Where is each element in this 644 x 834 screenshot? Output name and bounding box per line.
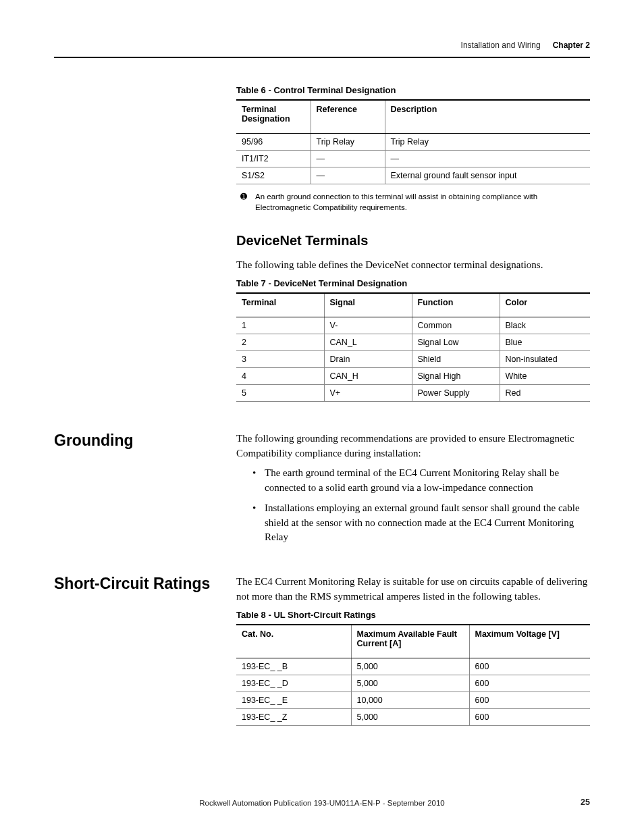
table8-h1: Maximum Available Fault Current [A]: [351, 625, 469, 658]
table-row: 95/96Trip RelayTrip Relay: [236, 134, 590, 151]
devicenet-intro: The following table defines the DeviceNe…: [236, 258, 590, 273]
table-row: IT1/IT2——: [236, 151, 590, 167]
header-rule: [54, 57, 590, 58]
list-item: The earth ground terminal of the EC4 Cur…: [252, 466, 590, 496]
table-row: 5V+Power SupplyRed: [236, 384, 590, 401]
footnote-text: An earth ground connection to this termi…: [255, 191, 590, 213]
grounding-bullets: The earth ground terminal of the EC4 Cur…: [252, 466, 590, 545]
grounding-heading: Grounding: [54, 432, 223, 450]
table6-h1: Reference: [311, 100, 385, 134]
table8-h2: Maximum Voltage [V]: [469, 625, 590, 658]
grounding-intro: The following grounding recommendations …: [236, 432, 590, 461]
list-item: Installations employing an external grou…: [252, 501, 590, 545]
header-chapter: Chapter 2: [553, 41, 590, 50]
table-row: 4CAN_HSignal HighWhite: [236, 367, 590, 384]
header-section: Installation and Wiring: [461, 41, 541, 50]
short-circuit-heading: Short-Circuit Ratings: [54, 575, 223, 593]
table7-h1: Signal: [324, 293, 412, 317]
table6-h2: Description: [385, 100, 590, 134]
footer-text: Rockwell Automation Publication 193-UM01…: [199, 799, 445, 807]
table8: Cat. No. Maximum Available Fault Current…: [236, 624, 590, 726]
short-circuit-section: Short-Circuit Ratings The EC4 Current Mo…: [236, 575, 590, 726]
table-row: 3DrainShieldNon-insulated: [236, 350, 590, 367]
grounding-section: Grounding The following grounding recomm…: [236, 432, 590, 545]
table7-h2: Function: [412, 293, 500, 317]
short-circuit-intro: The EC4 Current Monitoring Relay is suit…: [236, 575, 590, 604]
devicenet-heading: DeviceNet Terminals: [236, 233, 590, 249]
table-row: 1V-CommonBlack: [236, 317, 590, 334]
page-number: 25: [581, 798, 590, 807]
table6-caption: Table 6 - Control Terminal Designation: [236, 85, 590, 95]
page-header: Installation and Wiring Chapter 2: [54, 41, 590, 50]
table-row: 193-EC_ _Z5,000600: [236, 708, 590, 725]
table-row: 193-EC_ _B5,000600: [236, 658, 590, 675]
table7-h0: Terminal: [236, 293, 324, 317]
footnote-1: ➊ An earth ground connection to this ter…: [240, 191, 590, 213]
table-row: 193-EC_ _E10,000600: [236, 692, 590, 708]
table6-h0: Terminal Designation: [236, 100, 311, 134]
table-row: 2CAN_LSignal LowBlue: [236, 334, 590, 350]
table7: Terminal Signal Function Color 1V-Common…: [236, 292, 590, 402]
table-row: S1/S2—External ground fault sensor input: [236, 167, 590, 184]
table8-h0: Cat. No.: [236, 625, 351, 658]
table8-caption: Table 8 - UL Short-Circuit Ratings: [236, 610, 590, 620]
page-footer: Rockwell Automation Publication 193-UM01…: [54, 799, 590, 807]
table7-caption: Table 7 - DeviceNet Terminal Designation: [236, 278, 590, 288]
table-row: 193-EC_ _D5,000600: [236, 675, 590, 692]
footnote-marker: ➊: [240, 191, 255, 213]
table6: Terminal Designation Reference Descripti…: [236, 99, 590, 184]
table7-h3: Color: [500, 293, 590, 317]
